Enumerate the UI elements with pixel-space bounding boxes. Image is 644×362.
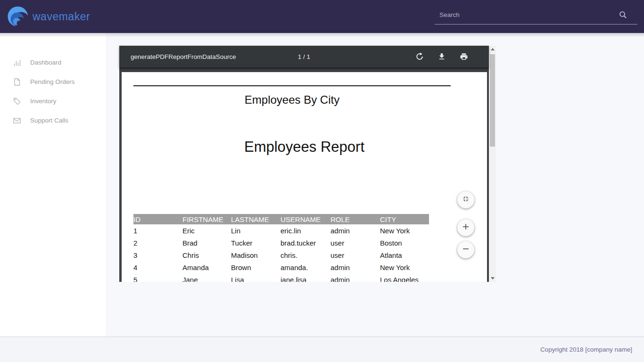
bar-chart-icon bbox=[13, 59, 21, 66]
left-sidebar: Dashboard Pending Orders bbox=[0, 33, 107, 337]
table-cell: Tucker bbox=[231, 237, 281, 249]
table-cell: Chris bbox=[182, 249, 231, 261]
table-row: 5JaneLisajane.lisaadminLos Angeles bbox=[133, 273, 429, 282]
table-cell: amanda. bbox=[281, 261, 330, 273]
table-header-cell: ID bbox=[133, 214, 182, 224]
fit-to-page-icon bbox=[462, 195, 470, 205]
table-cell: Eric bbox=[182, 224, 231, 237]
sidebar-item-inventory[interactable]: Inventory bbox=[0, 91, 106, 111]
table-header-row: IDFIRSTNAMELASTNAMEUSERNAMEROLECITY bbox=[133, 214, 429, 224]
table-cell: Boston bbox=[380, 237, 429, 249]
table-cell: 5 bbox=[133, 273, 182, 282]
download-icon[interactable] bbox=[438, 52, 446, 61]
app-window: wavemaker bbox=[0, 0, 644, 362]
brand-logo: wavemaker bbox=[6, 3, 90, 30]
employees-table-body: 1EricLineric.linadminNew York2BradTucker… bbox=[133, 224, 429, 282]
sidebar-item-pending-orders[interactable]: Pending Orders bbox=[0, 72, 106, 91]
pdf-page: Employees By City Employees Report IDFIR… bbox=[122, 72, 487, 282]
scrollbar-thumb[interactable] bbox=[490, 54, 495, 147]
table-cell: admin bbox=[330, 261, 380, 273]
table-cell: user bbox=[330, 249, 380, 261]
table-row: 3ChrisMadisonchris.userAtlanta bbox=[133, 249, 429, 261]
pdf-toolbar: generatePDFReportFromDataSource 1 / 1 bbox=[119, 46, 489, 67]
wavemaker-wave-icon bbox=[6, 3, 32, 30]
report-header-title: Employees By City bbox=[133, 93, 451, 107]
sidebar-item-label: Inventory bbox=[30, 98, 57, 105]
table-cell: New York bbox=[380, 224, 429, 237]
table-row: 2BradTuckerbrad.tuckeruserBoston bbox=[133, 237, 429, 249]
pdf-viewer: generatePDFReportFromDataSource 1 / 1 bbox=[119, 46, 496, 282]
search-input[interactable] bbox=[439, 6, 619, 24]
table-cell: Madison bbox=[231, 249, 281, 261]
table-cell: admin bbox=[330, 224, 380, 237]
table-cell: Brad bbox=[182, 237, 231, 249]
table-header-cell: CITY bbox=[380, 214, 429, 224]
table-cell: 1 bbox=[133, 224, 182, 237]
pdf-view-area: Employees By City Employees Report IDFIR… bbox=[119, 67, 489, 282]
table-cell: jane.lisa bbox=[281, 273, 330, 282]
sidebar-nav: Dashboard Pending Orders bbox=[0, 33, 106, 130]
table-cell: Los Angeles bbox=[380, 273, 429, 282]
table-cell: eric.lin bbox=[281, 224, 330, 237]
search-field bbox=[435, 6, 637, 25]
table-cell: Atlanta bbox=[380, 249, 429, 261]
table-cell: Lin bbox=[231, 224, 281, 237]
table-cell: user bbox=[330, 237, 380, 249]
table-cell: Amanda bbox=[182, 261, 231, 273]
print-icon[interactable] bbox=[460, 52, 468, 61]
zoom-in-button[interactable] bbox=[457, 219, 474, 236]
table-cell: Jane bbox=[182, 273, 231, 282]
sidebar-item-label: Dashboard bbox=[30, 59, 61, 66]
table-header-cell: FIRSTNAME bbox=[182, 214, 231, 224]
table-cell: admin bbox=[330, 273, 380, 282]
employees-table: IDFIRSTNAMELASTNAMEUSERNAMEROLECITY 1Eri… bbox=[133, 214, 429, 282]
pdf-scrollbar bbox=[489, 46, 496, 282]
table-row: 4AmandaBrownamanda.adminNew York bbox=[133, 261, 429, 273]
table-header-cell: ROLE bbox=[330, 214, 380, 224]
rotate-icon[interactable] bbox=[415, 52, 424, 61]
zoom-out-button[interactable] bbox=[457, 241, 474, 258]
search-icon[interactable] bbox=[619, 11, 627, 19]
envelope-icon bbox=[13, 117, 21, 124]
table-cell: 2 bbox=[133, 237, 182, 249]
top-header: wavemaker bbox=[0, 0, 644, 33]
document-icon bbox=[13, 78, 21, 86]
sidebar-item-dashboard[interactable]: Dashboard bbox=[0, 53, 106, 72]
scrollbar-down-arrow-icon[interactable] bbox=[489, 275, 496, 282]
sidebar-item-label: Pending Orders bbox=[30, 78, 75, 85]
pdf-toolbar-actions bbox=[415, 52, 468, 61]
copyright-text: Copyright 2018 [company name] bbox=[540, 337, 632, 362]
table-header-cell: USERNAME bbox=[281, 214, 330, 224]
table-cell: New York bbox=[380, 261, 429, 273]
table-cell: Brown bbox=[231, 261, 281, 273]
table-header-cell: LASTNAME bbox=[231, 214, 281, 224]
sidebar-item-label: Support Calls bbox=[30, 117, 68, 124]
employees-table-head: IDFIRSTNAMELASTNAMEUSERNAMEROLECITY bbox=[133, 214, 429, 224]
scrollbar-up-arrow-icon[interactable] bbox=[489, 46, 496, 53]
sidebar-item-support-calls[interactable]: Support Calls bbox=[0, 111, 106, 130]
tag-icon bbox=[13, 98, 21, 105]
fit-to-page-button[interactable] bbox=[457, 191, 474, 208]
table-row: 1EricLineric.linadminNew York bbox=[133, 224, 429, 237]
brand-name: wavemaker bbox=[33, 10, 90, 23]
table-cell: chris. bbox=[281, 249, 330, 261]
table-cell: 4 bbox=[133, 261, 182, 273]
minus-icon bbox=[462, 245, 470, 255]
pdf-viewer-main: generatePDFReportFromDataSource 1 / 1 bbox=[119, 46, 489, 282]
page-footer: Copyright 2018 [company name] bbox=[0, 337, 644, 362]
report-title: Employees Report bbox=[122, 139, 487, 156]
table-cell: 3 bbox=[133, 249, 182, 261]
report-header-rule: Employees By City bbox=[133, 85, 451, 107]
plus-icon bbox=[462, 223, 470, 232]
table-cell: brad.tucker bbox=[281, 237, 330, 249]
table-cell: Lisa bbox=[231, 273, 281, 282]
